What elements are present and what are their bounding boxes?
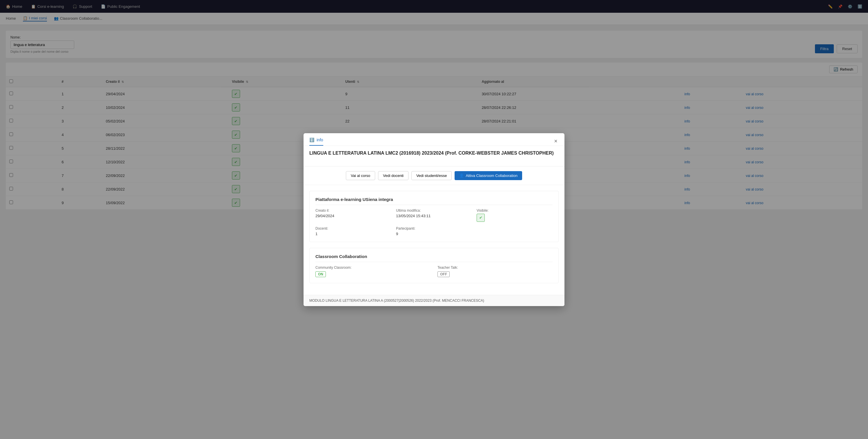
visibile-value: ✔ <box>476 214 553 216</box>
creato-value: 29/04/2024 <box>315 214 392 216</box>
visibile-group: Visibile: ✔ <box>476 208 553 216</box>
attiva-classroom-button[interactable]: 👤 Attiva Classroom Collaboration <box>455 171 522 180</box>
modal-course-title: LINGUA E LETTERATURA LATINA LMC2 (201691… <box>304 146 564 161</box>
modal-info-icon: ℹ️ <box>309 138 314 142</box>
modal-actions: Vai al corso Vedi docenti Vedi studenti/… <box>304 166 564 185</box>
platform-section-title: Piattaforma e-learning USiena integra <box>315 197 553 205</box>
course-title-text: LINGUA E LETTERATURA LATINA LMC2 (201691… <box>309 150 554 156</box>
info-modal: ℹ️ info × LINGUA E LETTERATURA LATINA LM… <box>304 133 564 216</box>
modal-tab-info[interactable]: ℹ️ info <box>309 138 323 146</box>
vedi-studenti-button[interactable]: Vedi studenti/esse <box>411 171 452 180</box>
visibile-label: Visibile: <box>476 208 553 212</box>
vedi-docenti-button[interactable]: Vedi docenti <box>378 171 408 180</box>
attiva-label: Attiva Classroom Collaboration <box>466 173 517 178</box>
ultima-modifica-value: 13/05/2024 15:43:11 <box>396 214 472 216</box>
ultima-modifica-group: Ultima modifica: 13/05/2024 15:43:11 <box>396 208 472 216</box>
attiva-icon: 👤 <box>459 173 464 178</box>
platform-info-grid: Creato il: 29/04/2024 Ultima modifica: 1… <box>315 208 553 216</box>
modal-close-button[interactable]: × <box>553 137 559 146</box>
creato-group: Creato il: 29/04/2024 <box>315 208 392 216</box>
modal-tab-label: info <box>317 138 323 142</box>
ultima-modifica-label: Ultima modifica: <box>396 208 472 212</box>
modal-overlay[interactable]: ℹ️ info × LINGUA E LETTERATURA LATINA LM… <box>0 0 868 215</box>
close-icon: × <box>554 138 558 144</box>
visibile-check-icon: ✔ <box>476 214 485 216</box>
platform-section: Piattaforma e-learning USiena integra Cr… <box>309 191 559 216</box>
vai-al-corso-button[interactable]: Vai al corso <box>346 171 375 180</box>
creato-label: Creato il: <box>315 208 392 212</box>
